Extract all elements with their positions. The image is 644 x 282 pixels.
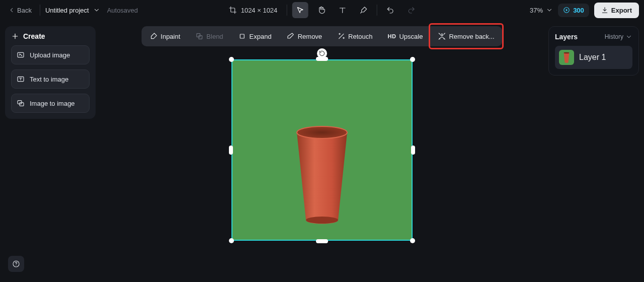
- expand-tool[interactable]: Expand: [232, 28, 278, 44]
- top-bar-right: 37% 300 Export: [530, 3, 639, 18]
- project-name-label: Untitled project: [45, 7, 89, 14]
- undo-button[interactable]: [382, 2, 398, 18]
- undo-icon: [386, 6, 394, 14]
- top-bar-center: 1024 × 1024: [225, 2, 420, 18]
- remove-label: Remove: [298, 33, 322, 40]
- create-title-label: Create: [23, 32, 45, 40]
- resize-handle-mr[interactable]: [411, 146, 415, 155]
- history-tab[interactable]: History: [605, 33, 632, 40]
- blend-icon: [195, 32, 203, 40]
- image-to-image-icon: [17, 99, 25, 107]
- retouch-label: Retouch: [348, 33, 372, 40]
- history-label: History: [605, 33, 623, 40]
- remove-background-tool[interactable]: Remove back...: [432, 28, 500, 44]
- cursor-tool-button[interactable]: [292, 2, 308, 18]
- chevron-left-icon: [8, 7, 15, 14]
- upload-image-icon: [17, 51, 25, 59]
- zoom-label: 37%: [530, 7, 543, 14]
- svg-rect-8: [199, 36, 202, 39]
- resize-handle-br[interactable]: [410, 238, 415, 243]
- resize-handle-tl[interactable]: [229, 57, 234, 62]
- dimensions-label: 1024 × 1024: [241, 7, 278, 14]
- back-label: Back: [17, 7, 32, 14]
- svg-rect-7: [197, 34, 200, 37]
- create-panel: Create Upload image Text to image Image …: [5, 26, 96, 119]
- separator: [40, 5, 40, 16]
- layer-thumbnail: [559, 50, 574, 65]
- brush-icon: [359, 6, 367, 14]
- blend-tool: Blend: [189, 28, 229, 44]
- svg-marker-1: [566, 9, 568, 12]
- inpaint-label: Inpaint: [160, 33, 180, 40]
- inpaint-tool[interactable]: Inpaint: [143, 28, 186, 44]
- upscale-label: Upscale: [399, 33, 423, 40]
- top-bar: Back Untitled project Autosaved 1024 × 1…: [0, 0, 644, 20]
- svg-point-10: [441, 34, 443, 36]
- export-label: Export: [611, 7, 632, 14]
- plus-icon: [11, 32, 19, 40]
- text-tool-button[interactable]: [334, 2, 350, 18]
- upload-image-label: Upload image: [30, 51, 70, 59]
- upscale-tool[interactable]: HD Upscale: [382, 29, 429, 44]
- back-button[interactable]: Back: [5, 5, 35, 16]
- autosaved-status: Autosaved: [107, 7, 138, 14]
- chevron-down-icon: [546, 7, 553, 14]
- rotate-icon: [318, 50, 326, 57]
- blend-label: Blend: [206, 33, 223, 40]
- inpaint-icon: [149, 32, 157, 40]
- export-button[interactable]: Export: [594, 3, 639, 18]
- layers-panel: Layers History Layer 1: [548, 26, 639, 76]
- project-name-dropdown[interactable]: Untitled project: [45, 7, 100, 14]
- separator: [376, 5, 377, 16]
- text-to-image-label: Text to image: [30, 76, 68, 83]
- text-to-image-button[interactable]: Text to image: [11, 69, 90, 89]
- help-icon: [12, 260, 20, 268]
- svg-point-3: [19, 53, 20, 54]
- layers-tab[interactable]: Layers: [555, 33, 578, 41]
- remove-background-icon: [438, 32, 446, 40]
- credits-button[interactable]: 300: [558, 4, 589, 17]
- download-icon: [601, 7, 608, 14]
- image-to-image-label: Image to image: [30, 100, 75, 107]
- cup-thumb-icon: [563, 52, 570, 63]
- hd-icon: HD: [388, 33, 396, 39]
- eraser-icon: [287, 32, 295, 40]
- image-to-image-button[interactable]: Image to image: [11, 94, 90, 113]
- cursor-icon: [296, 6, 304, 14]
- resize-handle-mb[interactable]: [316, 239, 328, 243]
- zoom-dropdown[interactable]: 37%: [530, 7, 553, 14]
- layer-item[interactable]: Layer 1: [555, 46, 632, 69]
- create-panel-title: Create: [11, 32, 90, 40]
- layer-label: Layer 1: [579, 53, 606, 62]
- remove-background-label: Remove back...: [449, 33, 494, 40]
- text-icon: [338, 6, 346, 14]
- edit-toolbar: Inpaint Blend Expand Remove Retouch HD U…: [141, 26, 502, 46]
- help-button[interactable]: [8, 256, 24, 272]
- canvas-selection[interactable]: [231, 59, 413, 241]
- chevron-down-icon: [93, 7, 100, 14]
- svg-point-16: [16, 265, 16, 266]
- expand-label: Expand: [250, 33, 272, 40]
- canvas-image[interactable]: [231, 59, 413, 241]
- resize-handle-bl[interactable]: [229, 238, 234, 243]
- redo-button[interactable]: [403, 2, 419, 18]
- hand-tool-button[interactable]: [313, 2, 329, 18]
- resize-handle-mt[interactable]: [316, 57, 328, 61]
- resize-handle-tr[interactable]: [410, 57, 415, 62]
- remove-tool[interactable]: Remove: [281, 28, 328, 44]
- svg-rect-9: [240, 34, 245, 38]
- expand-icon: [238, 32, 247, 40]
- credits-label: 300: [573, 7, 584, 14]
- crop-icon: [229, 6, 237, 14]
- text-to-image-icon: [17, 75, 25, 83]
- retouch-tool[interactable]: Retouch: [331, 28, 378, 44]
- credits-icon: [563, 7, 570, 14]
- svg-point-13: [306, 217, 338, 224]
- resize-handle-ml[interactable]: [229, 146, 233, 155]
- canvas-dimensions-button[interactable]: 1024 × 1024: [225, 4, 282, 16]
- chevron-down-icon: [625, 33, 632, 40]
- separator: [286, 5, 287, 16]
- brush-tool-button[interactable]: [355, 2, 371, 18]
- svg-point-14: [564, 52, 570, 54]
- upload-image-button[interactable]: Upload image: [11, 45, 90, 64]
